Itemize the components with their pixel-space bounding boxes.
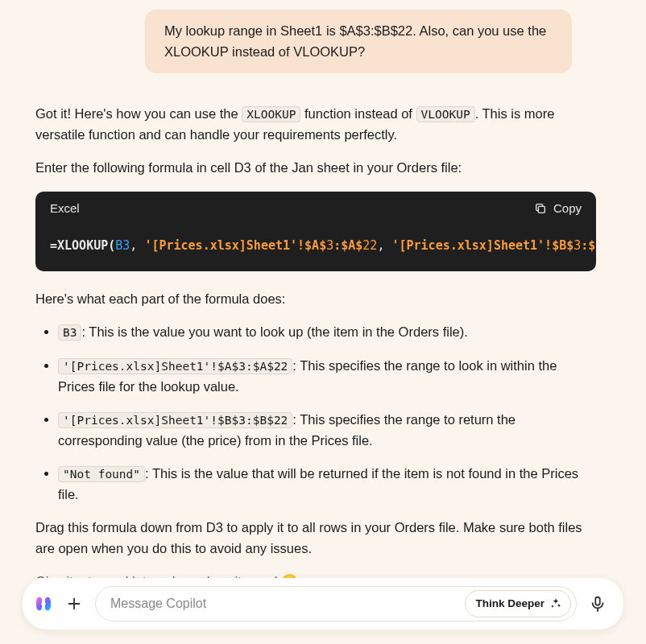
list-item-text: : This is the value you want to look up … (81, 324, 467, 339)
tok: :$A$ (333, 238, 362, 253)
message-list: My lookup range in Sheet1 is $A$3:$B$22.… (0, 10, 646, 578)
tok: =XLOOKUP( (50, 238, 115, 253)
inline-code-xlookup: XLOOKUP (242, 106, 300, 122)
inline-code: B3 (58, 324, 81, 341)
code-block: Excel Copy =XLOOKUP(B3, '[Prices.xlsx]Sh… (35, 192, 596, 271)
list-item: '[Prices.xlsx]Sheet1'!$A$3:$A$22: This s… (58, 356, 596, 397)
explain-list: B3: This is the value you want to look u… (35, 322, 596, 505)
think-deeper-label: Think Deeper (475, 596, 545, 612)
text: Got it! Here's how you can use the (35, 106, 242, 121)
inline-code: '[Prices.xlsx]Sheet1'!$B$3:$B$22 (58, 412, 292, 428)
user-message-bubble: My lookup range in Sheet1 is $A$3:$B$22.… (145, 10, 572, 73)
tok: , (130, 238, 144, 253)
inline-code-vlookup: VLOOKUP (416, 106, 475, 122)
tok: '[Prices.xlsx]Sheet1'!$A$ (144, 238, 326, 253)
text: function instead of (300, 106, 416, 121)
tok: :$B (581, 238, 596, 253)
list-item: '[Prices.xlsx]Sheet1'!$B$3:$B$22: This s… (58, 410, 596, 451)
enter-formula-text: Enter the following formula in cell D3 o… (35, 158, 596, 179)
think-deeper-chip[interactable]: Think Deeper (465, 590, 571, 617)
explain-lead: Here's what each part of the formula doe… (35, 289, 596, 310)
tok: , (377, 238, 391, 253)
copy-icon (534, 202, 547, 215)
copilot-logo-icon[interactable] (34, 594, 53, 613)
composer-area: Think Deeper (0, 578, 646, 644)
user-message-text: My lookup range in Sheet1 is $A$3:$B$22.… (164, 23, 546, 59)
inline-code: "Not found" (58, 466, 145, 482)
inline-code: '[Prices.xlsx]Sheet1'!$A$3:$A$22 (58, 358, 292, 374)
tok: 22 (362, 238, 377, 253)
add-button[interactable] (60, 589, 89, 618)
closing-text: Give it a try and let me know how it goe… (35, 572, 596, 578)
message-input[interactable] (110, 597, 458, 611)
svg-rect-0 (538, 206, 545, 213)
svg-rect-3 (595, 597, 600, 605)
code-lang-label: Excel (50, 200, 80, 218)
code-block-header: Excel Copy (35, 192, 596, 226)
copy-label: Copy (553, 200, 582, 218)
tok: B3 (115, 238, 130, 253)
composer: Think Deeper (23, 578, 623, 630)
list-item: B3: This is the value you want to look u… (58, 322, 596, 343)
drag-text: Drag this formula down from D3 to apply … (35, 518, 596, 559)
assistant-message: Got it! Here's how you can use the XLOOK… (35, 104, 596, 578)
tok: 3 (574, 238, 581, 253)
assistant-intro: Got it! Here's how you can use the XLOOK… (35, 104, 596, 145)
input-pill: Think Deeper (95, 586, 577, 621)
code-content[interactable]: =XLOOKUP(B3, '[Prices.xlsx]Sheet1'!$A$3:… (35, 225, 596, 271)
sparkle-gear-icon (549, 597, 562, 610)
tok: '[Prices.xlsx]Sheet1'!$B$ (391, 238, 574, 253)
tok: 3 (326, 238, 333, 253)
mic-button[interactable] (583, 589, 612, 618)
plus-icon (65, 595, 83, 613)
microphone-icon (589, 595, 607, 613)
copy-button[interactable]: Copy (534, 200, 582, 218)
list-item: "Not found": This is the value that will… (58, 464, 596, 505)
